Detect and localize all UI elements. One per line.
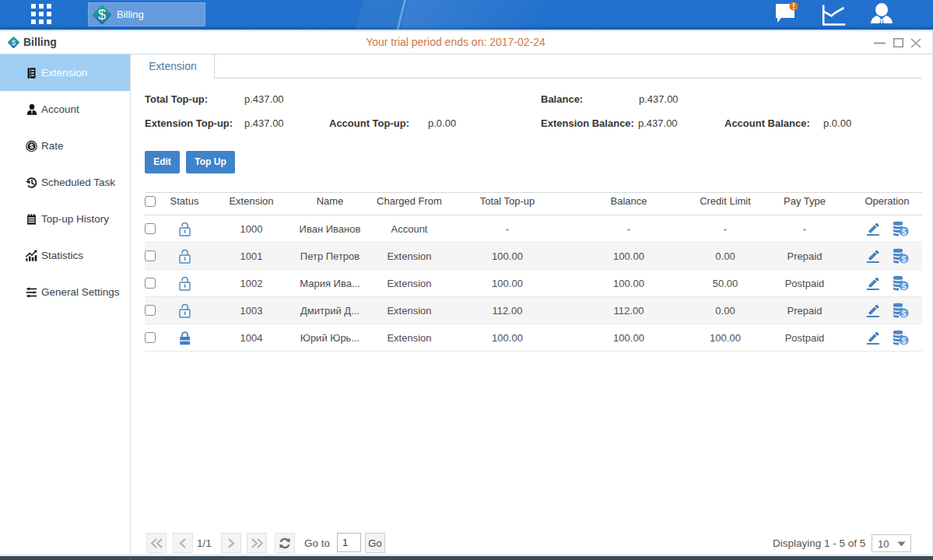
svg-text:$: $ <box>98 7 106 23</box>
svg-text:$: $ <box>901 282 906 291</box>
svg-text:$: $ <box>901 336 906 345</box>
svg-text:$: $ <box>901 309 906 318</box>
svg-text:!: ! <box>792 2 794 11</box>
svg-text:$: $ <box>901 227 906 236</box>
svg-text:$: $ <box>901 254 906 264</box>
svg-text:$: $ <box>30 142 33 150</box>
